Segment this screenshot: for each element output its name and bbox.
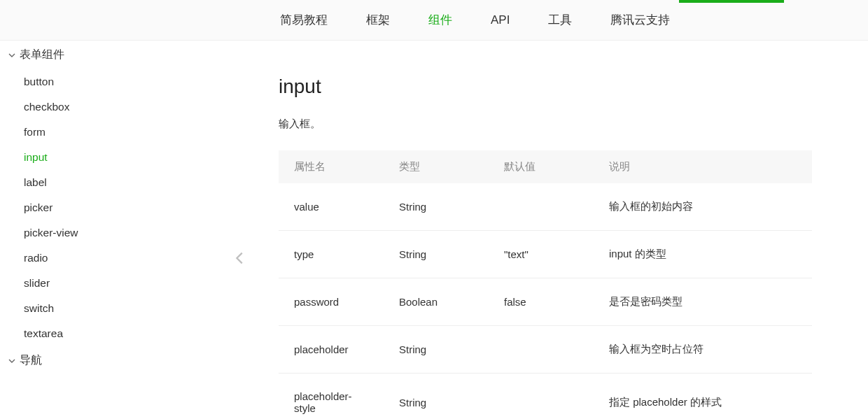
table-row: password Boolean false 是否是密码类型: [279, 278, 812, 326]
sidebar[interactable]: progress 表单组件 button checkbox form input…: [0, 41, 223, 419]
sidebar-item-picker[interactable]: picker: [0, 195, 223, 220]
page-description: 输入框。: [279, 118, 812, 131]
chevron-down-icon: [7, 357, 17, 364]
th-desc: 说明: [594, 150, 812, 183]
th-default: 默认值: [489, 150, 594, 183]
cell-type: Boolean: [384, 278, 489, 326]
nav-tencent-cloud[interactable]: 腾讯云支持: [610, 12, 670, 28]
th-type: 类型: [384, 150, 489, 183]
collapse-sidebar-button[interactable]: [232, 250, 248, 269]
table-row: placeholder-style String 指定 placeholder …: [279, 374, 812, 420]
cell-type: String: [384, 374, 489, 420]
sidebar-item-form[interactable]: form: [0, 120, 223, 145]
nav-tutorial[interactable]: 简易教程: [280, 12, 328, 28]
cell-desc: 指定 placeholder 的样式: [594, 374, 812, 420]
table-row: type String "text" input 的类型: [279, 231, 812, 278]
sidebar-item-textarea[interactable]: textarea: [0, 321, 223, 346]
cell-name: value: [279, 183, 384, 231]
nav-api[interactable]: API: [491, 13, 510, 27]
cell-default: false: [489, 278, 594, 326]
main-content: input 输入框。 属性名 类型 默认值 说明 value String: [223, 41, 868, 419]
nav-components[interactable]: 组件: [428, 12, 452, 28]
sidebar-item-checkbox[interactable]: checkbox: [0, 94, 223, 120]
sidebar-item-radio[interactable]: radio: [0, 246, 223, 271]
nav-framework[interactable]: 框架: [366, 12, 390, 28]
th-name: 属性名: [279, 150, 384, 183]
sidebar-section-navigation[interactable]: 导航: [0, 346, 223, 375]
cell-type: String: [384, 231, 489, 278]
sidebar-item-input[interactable]: input: [0, 145, 223, 170]
sidebar-item-button[interactable]: button: [0, 69, 223, 94]
sidebar-section-form[interactable]: 表单组件: [0, 41, 223, 69]
table-row: value String 输入框的初始内容: [279, 183, 812, 231]
cell-desc: 是否是密码类型: [594, 278, 812, 326]
top-nav: 简易教程 框架 组件 API 工具 腾讯云支持: [0, 0, 868, 41]
cell-default: [489, 183, 594, 231]
cell-name: type: [279, 231, 384, 278]
cell-desc: 输入框的初始内容: [594, 183, 812, 231]
sidebar-item-slider[interactable]: slider: [0, 271, 223, 296]
cell-type: String: [384, 326, 489, 374]
cell-type: String: [384, 183, 489, 231]
cell-default: "text": [489, 231, 594, 278]
cell-default: [489, 326, 594, 374]
cell-name: placeholder-style: [279, 374, 384, 420]
sidebar-item-switch[interactable]: switch: [0, 296, 223, 321]
cell-desc: 输入框为空时占位符: [594, 326, 812, 374]
cell-name: password: [279, 278, 384, 326]
chevron-down-icon: [7, 52, 17, 59]
table-row: placeholder String 输入框为空时占位符: [279, 326, 812, 374]
cell-desc: input 的类型: [594, 231, 812, 278]
sidebar-section-label: 表单组件: [20, 48, 64, 62]
nav-active-indicator: [679, 0, 784, 3]
page-title: input: [279, 76, 812, 98]
sidebar-item-picker-view[interactable]: picker-view: [0, 220, 223, 246]
sidebar-item-label[interactable]: label: [0, 170, 223, 195]
attributes-table: 属性名 类型 默认值 说明 value String 输入框的初始内容 type: [279, 150, 812, 419]
cell-name: placeholder: [279, 326, 384, 374]
nav-tools[interactable]: 工具: [548, 12, 572, 28]
sidebar-section-label: 导航: [20, 353, 42, 368]
cell-default: [489, 374, 594, 420]
